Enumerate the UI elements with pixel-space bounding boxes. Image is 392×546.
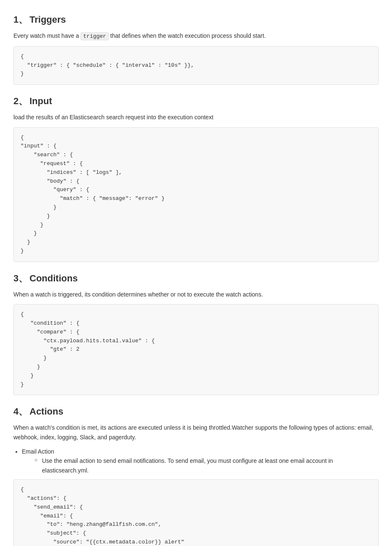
inline-code-trigger: trigger [81,32,109,40]
section-input: 2、 Input load the results of an Elastics… [13,95,379,262]
section-conditions: 3、 Conditions When a watch is triggered,… [13,272,379,396]
code-block-conditions: { "condition" : { "compare" : { "ctx.pay… [13,304,379,395]
section-title-2: Input [29,96,52,107]
section-actions: 4、 Actions When a watch's condition is m… [13,405,379,546]
section-number-3: 3、 [13,272,28,285]
section-number-4: 4、 [13,405,28,418]
email-action-sub-list: Use the email action to send email notif… [34,456,379,475]
sub-item-email-action: Use the email action to send email notif… [34,456,379,475]
section-title-4: Actions [29,406,63,417]
code-block-actions: { "actions": { "send_email": { "email": … [13,479,379,546]
section-heading-input: 2、 Input [13,95,379,108]
section-desc-triggers: Every watch must have a trigger that def… [13,31,379,41]
bullet-email-action-label: Email Action [22,448,54,455]
code-block-triggers: { "trigger" : { "schedule" : { "interval… [13,46,379,85]
actions-bullet-list: Email Action Use the email action to sen… [22,447,379,475]
code-block-input: { "input" : { "search" : { "request" : {… [13,127,379,262]
section-title-1: Triggers [29,14,66,25]
section-heading-triggers: 1、 Triggers [13,13,379,26]
section-desc-input: load the results of an Elasticsearch sea… [13,113,379,122]
section-number-2: 2、 [13,95,28,108]
section-heading-conditions: 3、 Conditions [13,272,379,285]
section-triggers: 1、 Triggers Every watch must have a trig… [13,13,379,85]
section-title-3: Conditions [29,273,78,284]
bullet-email-action: Email Action Use the email action to sen… [22,447,379,475]
sub-item-email-action-text: Use the email action to send email notif… [42,457,333,473]
section-number-1: 1、 [13,13,28,26]
section-desc-conditions: When a watch is triggered, its condition… [13,290,379,299]
section-heading-actions: 4、 Actions [13,405,379,418]
page-content: 1、 Triggers Every watch must have a trig… [13,13,379,546]
section-desc-actions: When a watch's condition is met, its act… [13,423,379,442]
